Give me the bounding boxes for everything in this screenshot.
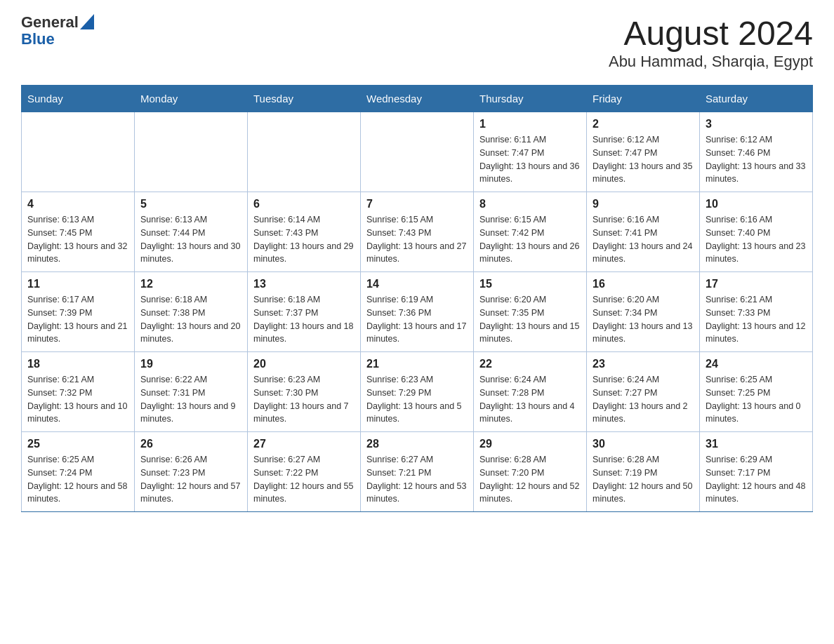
day-number: 16 [593, 278, 694, 290]
calendar-cell [22, 112, 135, 192]
day-info: Sunrise: 6:27 AM Sunset: 7:21 PM Dayligh… [366, 453, 468, 506]
calendar-cell: 15Sunrise: 6:20 AM Sunset: 7:35 PM Dayli… [474, 272, 587, 352]
calendar-cell: 6Sunrise: 6:14 AM Sunset: 7:43 PM Daylig… [248, 192, 361, 272]
day-number: 23 [593, 358, 694, 370]
day-info: Sunrise: 6:28 AM Sunset: 7:20 PM Dayligh… [479, 453, 581, 506]
svg-marker-0 [80, 14, 94, 29]
day-number: 8 [479, 198, 581, 210]
week-row-4: 18Sunrise: 6:21 AM Sunset: 7:32 PM Dayli… [22, 352, 813, 432]
day-number: 17 [706, 278, 807, 290]
day-info: Sunrise: 6:13 AM Sunset: 7:44 PM Dayligh… [140, 213, 241, 266]
week-row-2: 4Sunrise: 6:13 AM Sunset: 7:45 PM Daylig… [22, 192, 813, 272]
day-number: 26 [140, 438, 241, 450]
calendar-cell: 11Sunrise: 6:17 AM Sunset: 7:39 PM Dayli… [22, 272, 135, 352]
logo-blue-text: Blue [21, 31, 94, 48]
day-info: Sunrise: 6:29 AM Sunset: 7:17 PM Dayligh… [706, 453, 807, 506]
day-number: 25 [27, 438, 128, 450]
calendar-cell: 5Sunrise: 6:13 AM Sunset: 7:44 PM Daylig… [135, 192, 248, 272]
day-info: Sunrise: 6:23 AM Sunset: 7:29 PM Dayligh… [366, 373, 468, 426]
day-number: 22 [479, 358, 581, 370]
day-number: 10 [706, 198, 807, 210]
day-info: Sunrise: 6:24 AM Sunset: 7:28 PM Dayligh… [479, 373, 581, 426]
day-number: 14 [366, 278, 468, 290]
day-number: 29 [479, 438, 581, 450]
calendar-cell: 30Sunrise: 6:28 AM Sunset: 7:19 PM Dayli… [587, 432, 700, 512]
day-number: 6 [253, 198, 355, 210]
day-number: 19 [140, 358, 241, 370]
weekday-header-monday: Monday [135, 86, 248, 112]
day-number: 1 [479, 118, 581, 130]
day-info: Sunrise: 6:20 AM Sunset: 7:34 PM Dayligh… [593, 293, 694, 346]
day-info: Sunrise: 6:18 AM Sunset: 7:38 PM Dayligh… [140, 293, 241, 346]
calendar-cell: 4Sunrise: 6:13 AM Sunset: 7:45 PM Daylig… [22, 192, 135, 272]
day-info: Sunrise: 6:13 AM Sunset: 7:45 PM Dayligh… [27, 213, 128, 266]
calendar-cell [361, 112, 474, 192]
day-number: 3 [706, 118, 807, 130]
calendar-cell: 26Sunrise: 6:26 AM Sunset: 7:23 PM Dayli… [135, 432, 248, 512]
calendar-cell: 23Sunrise: 6:24 AM Sunset: 7:27 PM Dayli… [587, 352, 700, 432]
day-number: 13 [253, 278, 355, 290]
weekday-header-saturday: Saturday [700, 86, 813, 112]
day-info: Sunrise: 6:26 AM Sunset: 7:23 PM Dayligh… [140, 453, 241, 506]
calendar-cell: 28Sunrise: 6:27 AM Sunset: 7:21 PM Dayli… [361, 432, 474, 512]
day-info: Sunrise: 6:20 AM Sunset: 7:35 PM Dayligh… [479, 293, 581, 346]
calendar-cell: 22Sunrise: 6:24 AM Sunset: 7:28 PM Dayli… [474, 352, 587, 432]
day-info: Sunrise: 6:15 AM Sunset: 7:43 PM Dayligh… [366, 213, 468, 266]
calendar-cell: 9Sunrise: 6:16 AM Sunset: 7:41 PM Daylig… [587, 192, 700, 272]
day-info: Sunrise: 6:25 AM Sunset: 7:25 PM Dayligh… [706, 373, 807, 426]
calendar-cell [135, 112, 248, 192]
calendar-table: SundayMondayTuesdayWednesdayThursdayFrid… [21, 85, 813, 512]
title-block: August 2024 Abu Hammad, Sharqia, Egypt [609, 14, 813, 71]
calendar-cell: 25Sunrise: 6:25 AM Sunset: 7:24 PM Dayli… [22, 432, 135, 512]
day-number: 31 [706, 438, 807, 450]
weekday-header-wednesday: Wednesday [361, 86, 474, 112]
day-info: Sunrise: 6:18 AM Sunset: 7:37 PM Dayligh… [253, 293, 355, 346]
weekday-header-friday: Friday [587, 86, 700, 112]
calendar-cell: 19Sunrise: 6:22 AM Sunset: 7:31 PM Dayli… [135, 352, 248, 432]
calendar-cell: 18Sunrise: 6:21 AM Sunset: 7:32 PM Dayli… [22, 352, 135, 432]
calendar-cell [248, 112, 361, 192]
day-number: 24 [706, 358, 807, 370]
month-title: August 2024 [609, 14, 813, 53]
day-number: 20 [253, 358, 355, 370]
calendar-cell: 12Sunrise: 6:18 AM Sunset: 7:38 PM Dayli… [135, 272, 248, 352]
calendar-cell: 13Sunrise: 6:18 AM Sunset: 7:37 PM Dayli… [248, 272, 361, 352]
calendar-cell: 7Sunrise: 6:15 AM Sunset: 7:43 PM Daylig… [361, 192, 474, 272]
day-info: Sunrise: 6:19 AM Sunset: 7:36 PM Dayligh… [366, 293, 468, 346]
day-number: 15 [479, 278, 581, 290]
day-info: Sunrise: 6:25 AM Sunset: 7:24 PM Dayligh… [27, 453, 128, 506]
calendar-cell: 21Sunrise: 6:23 AM Sunset: 7:29 PM Dayli… [361, 352, 474, 432]
calendar-cell: 1Sunrise: 6:11 AM Sunset: 7:47 PM Daylig… [474, 112, 587, 192]
weekday-header-tuesday: Tuesday [248, 86, 361, 112]
day-number: 5 [140, 198, 241, 210]
day-info: Sunrise: 6:16 AM Sunset: 7:40 PM Dayligh… [706, 213, 807, 266]
weekday-header-thursday: Thursday [474, 86, 587, 112]
page-header: General Blue August 2024 Abu Hammad, Sha… [21, 14, 813, 71]
week-row-1: 1Sunrise: 6:11 AM Sunset: 7:47 PM Daylig… [22, 112, 813, 192]
day-info: Sunrise: 6:21 AM Sunset: 7:33 PM Dayligh… [706, 293, 807, 346]
day-info: Sunrise: 6:17 AM Sunset: 7:39 PM Dayligh… [27, 293, 128, 346]
calendar-cell: 17Sunrise: 6:21 AM Sunset: 7:33 PM Dayli… [700, 272, 813, 352]
calendar-cell: 14Sunrise: 6:19 AM Sunset: 7:36 PM Dayli… [361, 272, 474, 352]
day-number: 7 [366, 198, 468, 210]
day-info: Sunrise: 6:11 AM Sunset: 7:47 PM Dayligh… [479, 133, 581, 186]
day-info: Sunrise: 6:22 AM Sunset: 7:31 PM Dayligh… [140, 373, 241, 426]
day-info: Sunrise: 6:23 AM Sunset: 7:30 PM Dayligh… [253, 373, 355, 426]
day-number: 28 [366, 438, 468, 450]
day-number: 30 [593, 438, 694, 450]
logo: General Blue [21, 14, 94, 48]
day-number: 18 [27, 358, 128, 370]
calendar-cell: 16Sunrise: 6:20 AM Sunset: 7:34 PM Dayli… [587, 272, 700, 352]
weekday-header-sunday: Sunday [22, 86, 135, 112]
day-number: 27 [253, 438, 355, 450]
day-info: Sunrise: 6:14 AM Sunset: 7:43 PM Dayligh… [253, 213, 355, 266]
week-row-5: 25Sunrise: 6:25 AM Sunset: 7:24 PM Dayli… [22, 432, 813, 512]
day-info: Sunrise: 6:15 AM Sunset: 7:42 PM Dayligh… [479, 213, 581, 266]
day-info: Sunrise: 6:27 AM Sunset: 7:22 PM Dayligh… [253, 453, 355, 506]
day-number: 21 [366, 358, 468, 370]
calendar-cell: 27Sunrise: 6:27 AM Sunset: 7:22 PM Dayli… [248, 432, 361, 512]
day-number: 12 [140, 278, 241, 290]
day-info: Sunrise: 6:12 AM Sunset: 7:47 PM Dayligh… [593, 133, 694, 186]
location-title: Abu Hammad, Sharqia, Egypt [609, 53, 813, 71]
calendar-cell: 10Sunrise: 6:16 AM Sunset: 7:40 PM Dayli… [700, 192, 813, 272]
